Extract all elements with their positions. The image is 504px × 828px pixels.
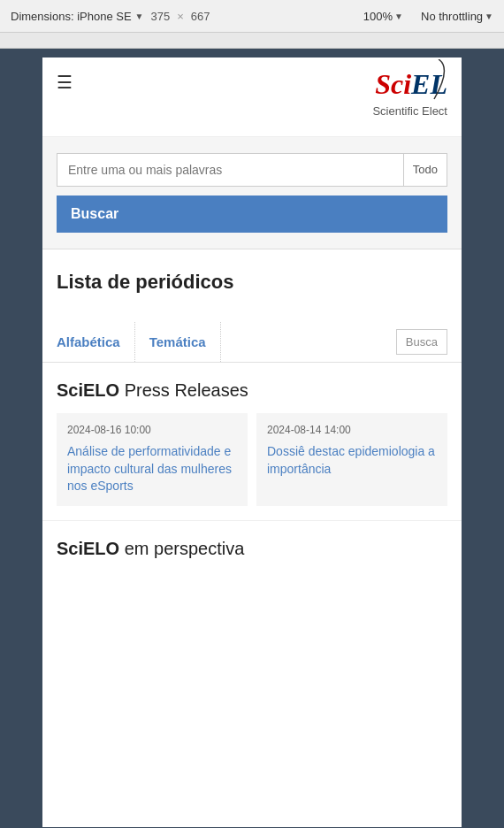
search-input[interactable]	[57, 153, 403, 187]
search-button[interactable]: Buscar	[57, 196, 447, 233]
scielo-logo: SciEL	[375, 68, 447, 101]
logo-arc-svg	[390, 59, 452, 104]
zoom-control[interactable]: 100% ▼	[363, 10, 403, 23]
site-header: ☰ SciEL Scientific Elect	[42, 58, 462, 137]
x-symbol: ×	[177, 10, 184, 23]
devtools-toolbar: Dimensions: iPhone SE ▼ 375 × 667 100% ▼…	[0, 0, 504, 33]
dimension-label[interactable]: Dimensions: iPhone SE ▼	[11, 10, 143, 23]
press-link-1[interactable]: Análise de performatividade e impacto cu…	[67, 443, 237, 495]
zoom-chevron-icon: ▼	[394, 12, 403, 21]
hamburger-menu-button[interactable]: ☰	[57, 72, 73, 93]
lista-section: Lista de periódicos	[42, 249, 462, 322]
perspectiva-section: SciELO em perspectiva	[42, 520, 462, 573]
press-date-2: 2024-08-14 14:00	[267, 424, 437, 436]
page-content: ☰ SciEL Scientific Elect	[42, 58, 462, 827]
scientific-text: Scientific Elect	[372, 104, 447, 118]
browser-frame: ☰ SciEL Scientific Elect	[0, 49, 504, 827]
logo-area: SciEL Scientific Elect	[372, 68, 447, 118]
press-card-1: 2024-08-16 10:00 Análise de performativi…	[57, 413, 248, 506]
viewport-width: 375	[150, 10, 170, 23]
press-link-2[interactable]: Dossiê destac epidemiologia a importânci…	[267, 443, 437, 478]
perspectiva-title: SciELO em perspectiva	[57, 539, 447, 559]
press-releases-title: SciELO Press Releases	[57, 380, 447, 401]
press-date-1: 2024-08-16 10:00	[67, 424, 237, 436]
tab-tematica[interactable]: Temática	[135, 322, 221, 362]
search-section: Todo Buscar	[42, 137, 462, 249]
press-card-2: 2024-08-14 14:00 Dossiê destac epidemiol…	[256, 413, 447, 506]
viewport-height: 667	[191, 10, 210, 23]
search-scope-dropdown[interactable]: Todo	[403, 153, 447, 187]
press-releases-grid: 2024-08-16 10:00 Análise de performativi…	[57, 413, 447, 506]
dimension-text: Dimensions: iPhone SE	[11, 10, 132, 23]
tab-busca[interactable]: Busca	[396, 329, 447, 355]
ruler	[0, 33, 504, 49]
throttle-chevron-icon: ▼	[485, 12, 493, 21]
dimension-chevron-icon: ▼	[135, 12, 144, 21]
press-scielo-label: SciELO	[57, 380, 119, 400]
tabs-row: Alfabética Temática Busca	[42, 322, 462, 363]
lista-title: Lista de periódicos	[57, 271, 447, 294]
search-row: Todo	[57, 153, 447, 187]
press-releases-section: SciELO Press Releases 2024-08-16 10:00 A…	[42, 363, 462, 520]
throttling-control[interactable]: No throttling ▼	[421, 10, 493, 23]
tab-alfabetica[interactable]: Alfabética	[57, 322, 135, 362]
perspectiva-scielo-label: SciELO	[57, 539, 119, 558]
